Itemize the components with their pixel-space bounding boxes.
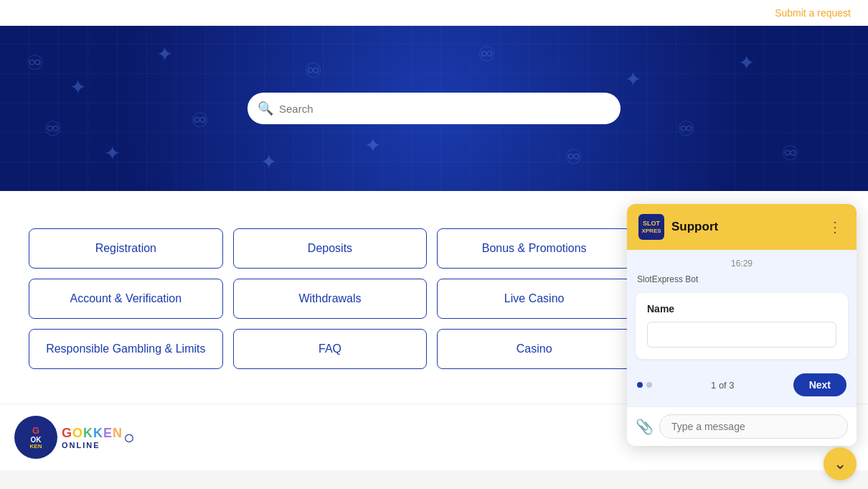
deco-symbol: ♾ (304, 59, 322, 83)
deco-symbol: ♾ (44, 117, 62, 141)
name-field-label: Name (647, 303, 836, 315)
page-info: 1 of 3 (711, 380, 735, 391)
minimize-button[interactable]: ⌄ (824, 447, 857, 480)
logo-letter-k: K (83, 426, 93, 441)
category-responsible-gambling[interactable]: Responsible Gambling & Limits (29, 329, 223, 369)
deco-symbol: ✦ (156, 42, 173, 66)
top-bar: Submit a request (0, 0, 868, 26)
search-input[interactable] (247, 93, 621, 124)
categories-grid: Registration Deposits Bonus & Promotions… (14, 208, 646, 389)
dot-1 (637, 382, 643, 388)
logo-letter-o: O (72, 426, 82, 441)
gokken-logo: G OK KEN G O K K E N ONLINE ○ (14, 416, 135, 459)
attach-button[interactable]: 📎 (636, 418, 654, 435)
deco-symbol: ✦ (104, 141, 121, 165)
deco-symbol: ✦ (260, 150, 277, 174)
support-pagination: 1 of 3 Next (627, 366, 857, 406)
category-withdrawals[interactable]: Withdrawals (233, 279, 428, 319)
pagination-dots (637, 382, 652, 388)
deco-symbol: ✦ (70, 75, 86, 99)
category-bonus-promotions[interactable]: Bonus & Promotions (437, 228, 631, 269)
deco-symbol: ♾ (677, 117, 695, 141)
category-live-casino[interactable]: Live Casino (437, 279, 631, 319)
logo-circle-deco: ○ (123, 427, 135, 449)
support-name-card: Name (636, 293, 848, 359)
dot-2 (646, 382, 652, 388)
support-footer: 📎 (627, 406, 857, 446)
deco-symbol: ♾ (191, 108, 209, 132)
support-logo-icon: SLOT XPRES (638, 214, 664, 240)
search-icon: 🔍 (258, 101, 273, 116)
deco-symbol: ✦ (625, 67, 641, 91)
category-registration[interactable]: Registration (29, 228, 223, 269)
support-title: Support (671, 220, 818, 234)
logo-subtext: ONLINE (62, 441, 122, 450)
chevron-down-icon: ⌄ (834, 455, 846, 473)
support-body: 16:29 SlotExpress Bot Name 1 of 3 Next (627, 250, 857, 406)
search-container: 🔍 (247, 93, 621, 124)
support-bot-label: SlotExpress Bot (627, 271, 857, 289)
deco-symbol: ✦ (738, 51, 755, 75)
logo-letter-g: G (62, 426, 72, 441)
submit-request-link[interactable]: Submit a request (775, 7, 851, 19)
logo-letter-e: E (103, 426, 112, 441)
support-header: SLOT XPRES Support ⋮ (627, 204, 857, 250)
support-timestamp: 16:29 (627, 250, 857, 271)
deco-symbol: ♾ (26, 51, 44, 75)
name-field-input[interactable] (647, 322, 836, 348)
deco-symbol: ✦ (364, 134, 381, 157)
category-faq[interactable]: FAQ (233, 329, 428, 369)
deco-symbol: ♾ (781, 141, 799, 165)
deco-symbol: ♾ (478, 42, 496, 66)
message-input[interactable] (659, 414, 848, 439)
page-wrapper: Submit a request ♾ ✦ ♾ ✦ ✦ ♾ ✦ ♾ ✦ ♾ ✦ ♾… (0, 0, 868, 489)
category-deposits[interactable]: Deposits (233, 228, 428, 269)
category-casino[interactable]: Casino (437, 329, 631, 369)
logo-letter-n: N (113, 426, 122, 441)
deco-symbol: ♾ (565, 145, 582, 169)
category-account-verification[interactable]: Account & Verification (29, 279, 223, 319)
support-menu-button[interactable]: ⋮ (825, 218, 845, 236)
next-button[interactable]: Next (793, 373, 846, 396)
logo-letter-k2: K (93, 426, 103, 441)
hero-banner: ♾ ✦ ♾ ✦ ✦ ♾ ✦ ♾ ✦ ♾ ✦ ♾ ✦ ♾ ✦ ♾ 🔍 (0, 26, 868, 191)
support-widget: SLOT XPRES Support ⋮ 16:29 SlotExpress B… (627, 204, 857, 446)
